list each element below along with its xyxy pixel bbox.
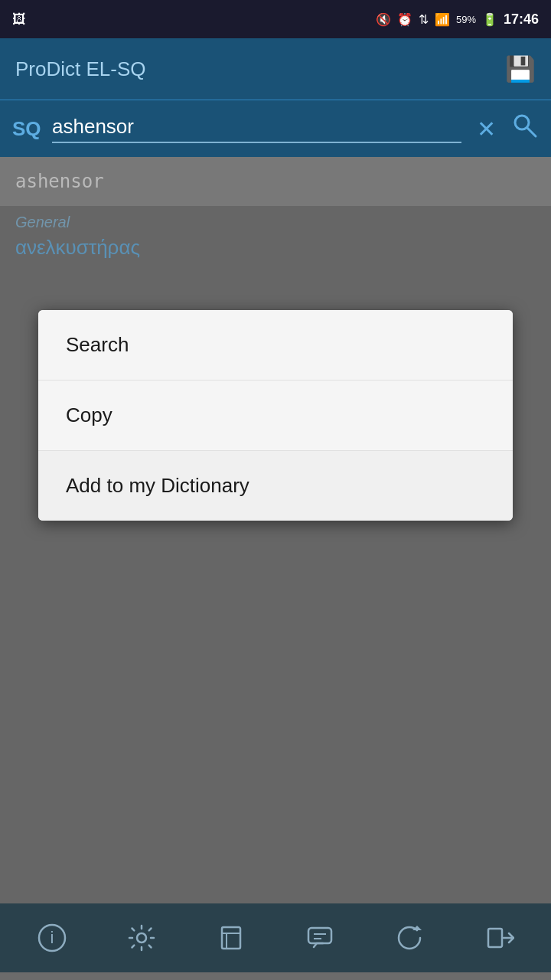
context-menu: Search Copy Add to my Dictionary (38, 310, 513, 521)
signal-icon: 📶 (435, 12, 450, 27)
battery-icon: 🔋 (482, 12, 497, 27)
content-area: ashensor General ανελκυστήρας Search Cop… (0, 157, 551, 972)
svg-line-1 (527, 128, 536, 136)
clear-button[interactable]: ✕ (477, 116, 496, 142)
alarm-icon: ⏰ (397, 12, 412, 27)
search-button[interactable] (511, 112, 539, 145)
status-right-icons: 🔇 ⏰ ⇅ 📶 59% 🔋 17:46 (376, 11, 539, 28)
status-bar: 🖼 🔇 ⏰ ⇅ 📶 59% 🔋 17:46 (0, 0, 551, 38)
context-menu-search[interactable]: Search (38, 310, 513, 381)
search-input[interactable] (52, 115, 461, 139)
mute-icon: 🔇 (376, 12, 391, 27)
context-menu-copy[interactable]: Copy (38, 381, 513, 451)
app-bar: ProDict EL-SQ 💾 (0, 38, 551, 100)
sync-icon: ⇅ (419, 12, 429, 27)
app-title: ProDict EL-SQ (15, 57, 146, 81)
search-input-container (52, 115, 461, 143)
save-button[interactable]: 💾 (505, 54, 536, 83)
status-time: 17:46 (504, 11, 539, 28)
overlay (0, 157, 551, 972)
context-menu-add-dictionary[interactable]: Add to my Dictionary (38, 451, 513, 521)
search-bar: SQ ✕ (0, 100, 551, 157)
language-label: SQ (12, 117, 43, 141)
battery-text: 59% (456, 14, 476, 25)
status-left-icons: 🖼 (12, 11, 26, 28)
screen-icon: 🖼 (12, 11, 26, 28)
